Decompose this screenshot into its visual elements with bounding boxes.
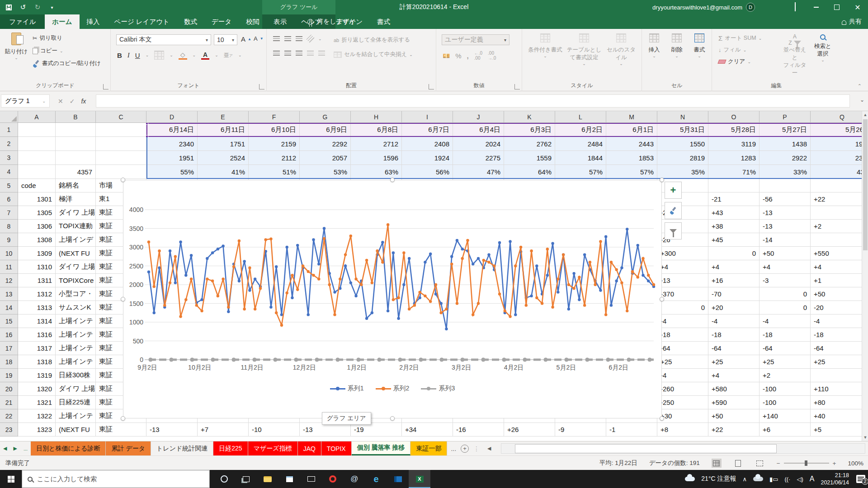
alignment-dialog-launcher[interactable] — [429, 84, 434, 89]
borders-icon[interactable] — [154, 51, 164, 60]
chart-filters-button[interactable] — [665, 222, 682, 239]
col-header-J[interactable]: J — [453, 111, 504, 123]
cell-O17[interactable]: -64 — [708, 342, 760, 355]
row-header-11[interactable]: 11 — [0, 260, 18, 274]
cell-A8[interactable]: 1306 — [18, 220, 56, 233]
tab-ファイル[interactable]: ファイル — [0, 14, 45, 29]
find-select-button[interactable]: 検索と選択⌄ — [810, 33, 836, 62]
cell-O19[interactable]: +4 — [708, 369, 760, 382]
sheet-tab-累計 データ[interactable]: 累計 データ — [106, 441, 151, 455]
cell-O9[interactable]: +45 — [708, 233, 760, 247]
col-header-B[interactable]: B — [56, 111, 96, 123]
row-header-17[interactable]: 17 — [0, 342, 18, 355]
page-layout-view-icon[interactable] — [733, 459, 743, 468]
chart-legend[interactable]: 系列1系列2系列3 — [123, 385, 661, 393]
vertical-scroll-thumb[interactable] — [863, 119, 868, 250]
tab-挿入[interactable]: 挿入 — [80, 14, 107, 29]
cell-O18[interactable]: +25 — [708, 355, 760, 369]
col-header-M[interactable]: M — [606, 111, 657, 123]
shrink-font-icon[interactable]: A▼ — [254, 35, 264, 42]
col-header-C[interactable]: C — [96, 111, 146, 123]
cell-Q11[interactable]: +4 — [811, 260, 862, 274]
cell-O8[interactable]: +38 — [708, 220, 760, 233]
cell-O12[interactable]: +16 — [708, 274, 760, 287]
cell-C23[interactable]: 東証 — [96, 423, 146, 436]
opera-icon[interactable] — [322, 470, 344, 488]
align-middle-icon[interactable] — [284, 36, 291, 41]
cell-Q18[interactable]: +25 — [811, 355, 862, 369]
account-info[interactable]: dryyourtearswithlove1@gmail.com D — [652, 0, 755, 14]
cell-C4[interactable] — [96, 165, 146, 179]
zoom-level[interactable]: 100% — [848, 460, 863, 467]
delete-cells-button[interactable]: 削除⌄ — [666, 33, 687, 58]
italic-button[interactable]: I — [127, 52, 130, 59]
cell-A12[interactable]: 1311 — [18, 274, 56, 287]
file-explorer-icon[interactable] — [257, 470, 278, 488]
cell-A5[interactable]: code — [18, 179, 56, 192]
ribbon-display-options-icon[interactable] — [785, 0, 806, 14]
insert-function-icon[interactable]: fx — [81, 98, 86, 105]
col-header-O[interactable]: O — [708, 111, 760, 123]
cell-O22[interactable]: +50 — [708, 409, 760, 423]
cell-N14[interactable]: 0 — [657, 301, 708, 314]
chart-resize-handle[interactable] — [390, 416, 395, 421]
cell-P12[interactable]: -3 — [760, 274, 811, 287]
cell-A19[interactable]: 1319 — [18, 369, 56, 382]
cut-button[interactable]: ✂切り取り — [33, 34, 62, 42]
cell-A9[interactable]: 1308 — [18, 233, 56, 247]
chart-resize-handle[interactable] — [660, 178, 664, 182]
cell-B1[interactable] — [56, 123, 96, 137]
row-header-5[interactable]: 5 — [0, 179, 18, 192]
col-header-N[interactable]: N — [657, 111, 708, 123]
font-color-icon[interactable]: A — [201, 51, 209, 60]
cell-B12[interactable]: TOPIXCore — [56, 274, 96, 287]
decrease-indent-icon[interactable] — [307, 51, 314, 56]
cell-B19[interactable]: 日経300株 — [56, 369, 96, 382]
cell-B20[interactable]: ダイワ 上場 — [56, 382, 96, 396]
zoom-thumb[interactable] — [805, 460, 807, 466]
chart-resize-handle[interactable] — [660, 416, 664, 421]
phonetic-guide-icon[interactable]: 亜ア — [224, 52, 233, 59]
number-dialog-launcher[interactable] — [514, 84, 520, 89]
cell-P6[interactable]: -56 — [760, 192, 811, 206]
cell-A23[interactable]: 1323 — [18, 423, 56, 436]
weather-text[interactable]: 21°C 注意報 — [701, 475, 736, 483]
cell-O16[interactable]: -18 — [708, 328, 760, 342]
col-header-I[interactable]: I — [402, 111, 453, 123]
cell-O5[interactable] — [708, 179, 760, 192]
cell-B16[interactable]: 上場インテ — [56, 328, 96, 342]
cell-P17[interactable]: -64 — [760, 342, 811, 355]
increase-decimal-icon[interactable]: ←.0.00 — [474, 51, 482, 61]
cell-B14[interactable]: サムスンK — [56, 301, 96, 314]
cancel-icon[interactable]: ✕ — [58, 98, 63, 105]
row-header-7[interactable]: 7 — [0, 206, 18, 220]
legend-item-系列1[interactable]: 系列1 — [330, 385, 364, 393]
row-header-10[interactable]: 10 — [0, 247, 18, 260]
cell-B2[interactable] — [56, 137, 96, 151]
cell-I23[interactable]: +34 — [402, 423, 453, 436]
excel-icon[interactable]: X — [409, 470, 430, 488]
cell-Q7[interactable] — [811, 206, 862, 220]
col-header-P[interactable]: P — [760, 111, 811, 123]
autosum-button[interactable]: Σオート SUM ⌄ — [718, 34, 762, 42]
cell-A4[interactable] — [18, 165, 56, 179]
font-size-combo[interactable]: 10▾ — [214, 34, 237, 45]
cell-B3[interactable] — [56, 151, 96, 165]
cell-N23[interactable]: +8 — [657, 423, 708, 436]
cell-P7[interactable]: -13 — [760, 206, 811, 220]
cell-B4[interactable]: 4357 — [56, 165, 96, 179]
col-header-A[interactable]: A — [18, 111, 56, 123]
row-header-14[interactable]: 14 — [0, 301, 18, 314]
cell-B11[interactable]: ダイワ 上場 — [56, 260, 96, 274]
weather-icon[interactable] — [685, 477, 695, 481]
legend-item-系列3[interactable]: 系列3 — [421, 385, 455, 393]
sheet-tab-マザーズ指標[interactable]: マザーズ指標 — [248, 441, 298, 455]
cell-P20[interactable]: -100 — [760, 382, 811, 396]
align-bottom-icon[interactable] — [296, 36, 302, 41]
sheet-nav-right-icon[interactable]: ▶ — [10, 441, 20, 455]
horizontal-scroll-thumb[interactable] — [515, 444, 777, 453]
cell-Q20[interactable]: +110 — [811, 382, 862, 396]
minimize-button[interactable] — [806, 0, 826, 14]
cell-Q19[interactable] — [811, 369, 862, 382]
col-header-L[interactable]: L — [555, 111, 606, 123]
